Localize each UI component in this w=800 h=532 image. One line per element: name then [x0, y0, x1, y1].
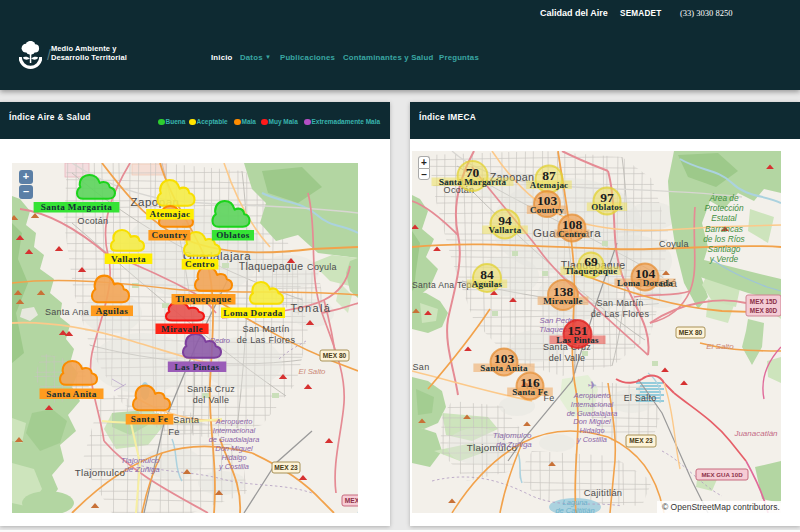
svg-text:Loma Dorada: Loma Dorada	[617, 278, 673, 288]
svg-text:Hidalgo: Hidalgo	[221, 453, 246, 462]
svg-text:de Las Flores: de Las Flores	[591, 309, 650, 319]
svg-text:Coyula: Coyula	[307, 262, 337, 272]
svg-text:Oblatos: Oblatos	[591, 202, 623, 212]
svg-text:San: San	[413, 362, 430, 372]
svg-text:Tlajomulco: Tlajomulco	[121, 456, 160, 465]
svg-text:© OpenStreetMap contributors.: © OpenStreetMap contributors.	[662, 502, 780, 512]
svg-text:MEX 80: MEX 80	[323, 352, 347, 359]
svg-text:Internacional: Internacional	[571, 400, 614, 409]
svg-text:Santa Cruz: Santa Cruz	[187, 384, 235, 394]
svg-text:Vallarta: Vallarta	[111, 254, 146, 264]
svg-text:Don Miguel: Don Miguel	[215, 444, 253, 453]
svg-text:de Zuñiga: de Zuñiga	[496, 440, 532, 449]
svg-text:del Valle: del Valle	[193, 395, 230, 405]
svg-text:Coyula: Coyula	[659, 239, 689, 249]
svg-text:Santa Margarita: Santa Margarita	[41, 202, 113, 212]
svg-text:Aguilas: Aguilas	[472, 279, 503, 289]
svg-text:San Martín: San Martín	[596, 298, 643, 308]
svg-text:Loma Dorada: Loma Dorada	[223, 308, 282, 318]
svg-text:Hidalgo: Hidalgo	[579, 426, 604, 435]
svg-text:de los Ríos: de los Ríos	[703, 234, 745, 244]
svg-text:Área de: Área de	[708, 193, 738, 203]
svg-text:Tonalá: Tonalá	[291, 302, 332, 314]
svg-text:Ocotán: Ocotán	[78, 216, 109, 226]
svg-text:MEX 23: MEX 23	[629, 437, 653, 444]
svg-text:Atemajac: Atemajac	[150, 209, 191, 219]
svg-text:de Guadalajara: de Guadalajara	[567, 409, 618, 418]
svg-text:Aguilas: Aguilas	[96, 306, 128, 316]
svg-text:Oblatos: Oblatos	[216, 230, 249, 240]
svg-text:El Salto: El Salto	[706, 342, 734, 351]
svg-text:Atemajac: Atemajac	[530, 180, 569, 190]
svg-text:Tlajomulco: Tlajomulco	[75, 467, 126, 478]
svg-text:y Costilla: y Costilla	[576, 435, 607, 444]
svg-text:Santa Margarita: Santa Margarita	[439, 177, 507, 187]
svg-text:Juanacatlán: Juanacatlán	[733, 429, 778, 438]
svg-text:Miravalle: Miravalle	[161, 324, 203, 334]
svg-text:de Guadalajara: de Guadalajara	[209, 435, 260, 444]
svg-text:Miravalle: Miravalle	[543, 296, 582, 306]
svg-text:Vallarta: Vallarta	[489, 225, 522, 235]
svg-text:de Las Flores: de Las Flores	[237, 335, 296, 345]
svg-text:MEX 80: MEX 80	[679, 329, 703, 336]
svg-text:El Salto: El Salto	[624, 393, 657, 403]
svg-text:Las Pintas: Las Pintas	[174, 362, 219, 372]
svg-text:Country: Country	[530, 205, 564, 215]
svg-text:y Costilla: y Costilla	[218, 462, 249, 471]
svg-text:MEX 80D: MEX 80D	[750, 307, 778, 314]
svg-text:Santa Ana: Santa Ana	[45, 307, 89, 317]
svg-text:Barrancas: Barrancas	[705, 224, 743, 234]
svg-text:✈: ✈	[587, 379, 596, 391]
svg-text:Santa Fe: Santa Fe	[131, 414, 169, 424]
svg-text:MEX 15D: MEX 15D	[750, 298, 778, 305]
svg-text:Centro: Centro	[558, 229, 586, 239]
svg-text:Country: Country	[152, 230, 188, 240]
svg-text:y Verde: y Verde	[709, 254, 739, 264]
svg-text:Estatal: Estatal	[711, 213, 738, 223]
svg-text:San Martín: San Martín	[242, 324, 289, 334]
svg-text:Protección: Protección	[704, 203, 744, 213]
svg-text:Tlajomulco: Tlajomulco	[493, 431, 532, 440]
svg-text:MEX GUA 10D: MEX GUA 10D	[701, 471, 743, 478]
svg-text:Don Miguel: Don Miguel	[573, 417, 611, 426]
svg-text:MEX 23: MEX 23	[274, 464, 298, 471]
svg-text:Aeropuerto: Aeropuerto	[215, 417, 253, 426]
svg-text:Tlaquepaque: Tlaquepaque	[176, 294, 232, 304]
svg-text:Centro: Centro	[185, 259, 215, 269]
svg-text:El Salto: El Salto	[299, 367, 327, 376]
svg-text:Cajititlán: Cajititlán	[584, 488, 623, 498]
svg-text:Santa Fe: Santa Fe	[512, 387, 547, 397]
svg-text:Tlaquepaque: Tlaquepaque	[565, 266, 618, 276]
svg-text:Santa Anita: Santa Anita	[46, 389, 97, 399]
svg-text:del Valle: del Valle	[549, 353, 586, 363]
svg-text:de Cajititlán: de Cajititlán	[555, 506, 594, 513]
svg-text:Fe: Fe	[168, 426, 180, 437]
svg-text:Santa Anita: Santa Anita	[480, 363, 528, 373]
svg-text:MEX: MEX	[345, 497, 358, 504]
svg-text:Las Pintas: Las Pintas	[556, 335, 599, 345]
svg-text:Tlaquepaque: Tlaquepaque	[239, 260, 304, 272]
svg-text:Aeropuerto: Aeropuerto	[573, 391, 611, 400]
svg-text:de Zuñiga: de Zuñiga	[124, 465, 160, 474]
svg-text:Internacional: Internacional	[213, 426, 256, 435]
svg-text:Santiago: Santiago	[708, 244, 741, 254]
